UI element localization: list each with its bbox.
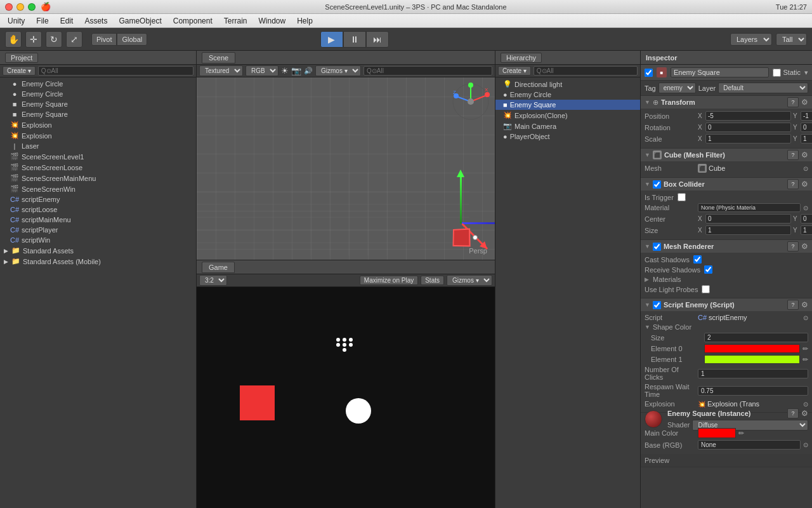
hierarchy-item[interactable]: ● PlayerObject xyxy=(495,131,640,142)
list-item[interactable]: ■ Enemy Square xyxy=(0,109,196,119)
element0-color-swatch[interactable]: ✏ xyxy=(704,344,808,353)
transform-edit-icon[interactable]: ? xyxy=(787,97,799,107)
list-item[interactable]: C# scriptWin xyxy=(0,235,196,245)
main-color-edit-icon[interactable]: ✏ xyxy=(738,429,744,438)
mesh-renderer-enable-cb[interactable] xyxy=(653,243,661,251)
list-item[interactable]: ■ Enemy Square xyxy=(0,99,196,109)
transform-header[interactable]: ▼ ⊕ Transform ? ⚙ xyxy=(641,96,812,109)
num-clicks-input[interactable] xyxy=(698,369,808,378)
explosion-select-icon[interactable]: ⊙ xyxy=(803,401,808,408)
hierarchy-item-enemy-square[interactable]: ■ Enemy Square xyxy=(495,100,640,110)
create-btn[interactable]: Create ▾ xyxy=(3,66,36,76)
element1-edit-icon[interactable]: ✏ xyxy=(802,356,808,364)
scene-search[interactable] xyxy=(363,66,492,76)
list-item[interactable]: C# scriptLoose xyxy=(0,204,196,215)
material-cog-icon[interactable]: ⚙ xyxy=(801,409,808,418)
move-tool-btn[interactable]: ✛ xyxy=(25,31,42,48)
transform-handle[interactable] xyxy=(473,235,478,240)
mesh-renderer-cog-icon[interactable]: ⚙ xyxy=(801,242,808,251)
mesh-filter-edit-icon[interactable]: ? xyxy=(787,150,799,160)
mesh-select-icon[interactable]: ⊙ xyxy=(803,165,808,172)
materials-expander-icon[interactable]: ▶ xyxy=(645,276,649,283)
project-tab[interactable]: Project xyxy=(5,53,38,63)
selected-cube[interactable] xyxy=(452,229,470,247)
game-gizmos-select[interactable]: Gizmos ▾ xyxy=(447,275,492,286)
list-item[interactable]: 🎬 SceneScreenWin xyxy=(0,184,196,194)
size-input[interactable] xyxy=(704,333,808,342)
size-x-input[interactable] xyxy=(705,225,791,235)
rot-x-input[interactable] xyxy=(705,123,791,132)
box-collider-header[interactable]: ▼ Box Collider ? ⚙ xyxy=(641,178,812,190)
use-light-probes-checkbox[interactable] xyxy=(702,285,710,293)
transform-cog-icon[interactable]: ⚙ xyxy=(801,98,808,107)
mesh-filter-header[interactable]: ▼ ⬛ Cube (Mesh Filter) ? ⚙ xyxy=(641,149,812,161)
rgb-select[interactable]: RGB xyxy=(246,65,278,76)
list-item[interactable]: 🎬 SceneScreenMainMenu xyxy=(0,173,196,184)
mesh-filter-cog-icon[interactable]: ⚙ xyxy=(801,150,808,159)
list-item[interactable]: ● Enemy Circle xyxy=(0,89,196,99)
menu-help[interactable]: Help xyxy=(292,17,318,25)
scene-tab[interactable]: Scene xyxy=(202,52,235,64)
hierarchy-search[interactable] xyxy=(534,66,638,76)
hierarchy-item[interactable]: 💥 Explosion(Clone) xyxy=(495,110,640,121)
script-enemy-cog-icon[interactable]: ⚙ xyxy=(801,300,808,309)
material-edit-icon[interactable]: ? xyxy=(787,408,799,418)
camera-icon[interactable]: 📷 xyxy=(291,66,301,76)
box-collider-edit-icon[interactable]: ? xyxy=(787,179,799,189)
list-item[interactable]: ▶ 📁 Standard Assets xyxy=(0,245,196,256)
hierarchy-item[interactable]: 📷 Main Camera xyxy=(495,121,640,131)
mesh-renderer-edit-icon[interactable]: ? xyxy=(787,241,799,251)
material-header[interactable]: Enemy Square (Instance) ? ⚙ Shader Diffu… xyxy=(641,413,812,425)
menu-gameobject[interactable]: GameObject xyxy=(114,17,166,25)
static-cb[interactable] xyxy=(773,69,781,77)
pos-x-input[interactable] xyxy=(705,111,791,121)
tag-select[interactable]: enemy xyxy=(658,83,696,93)
rot-y-input[interactable] xyxy=(801,123,812,132)
hand-tool-btn[interactable]: ✋ xyxy=(5,31,22,48)
pause-btn[interactable]: ⏸ xyxy=(343,31,366,48)
list-item[interactable]: C# scriptMainMenu xyxy=(0,215,196,225)
static-dropdown-icon[interactable]: ▾ xyxy=(804,69,808,77)
tall-select[interactable]: Tall xyxy=(776,33,807,46)
script-enemy-header[interactable]: ▼ Script Enemy (Script) ? ⚙ xyxy=(641,298,812,311)
menu-component[interactable]: Component xyxy=(168,17,218,25)
main-color-swatch[interactable] xyxy=(698,428,736,438)
list-item[interactable]: 💥 Explosion xyxy=(0,130,196,141)
menu-assets[interactable]: Assets xyxy=(79,17,112,25)
global-btn[interactable]: Global xyxy=(117,33,147,46)
list-item[interactable]: 🎬 SceneScreenLevel1 xyxy=(0,151,196,162)
center-y-input[interactable] xyxy=(801,214,812,224)
audio-icon[interactable]: 🔊 xyxy=(304,67,313,75)
size-y-input[interactable] xyxy=(801,225,812,235)
box-collider-cog-icon[interactable]: ⚙ xyxy=(801,180,808,189)
list-item[interactable]: | Laser xyxy=(0,141,196,151)
project-search[interactable] xyxy=(38,66,193,76)
base-rgb-select-icon[interactable]: ⊙ xyxy=(803,441,808,448)
script-enemy-enable-cb[interactable] xyxy=(653,301,661,309)
scale-tool-btn[interactable]: ⤢ xyxy=(66,31,82,48)
menu-window[interactable]: Window xyxy=(253,17,291,25)
maximize-btn[interactable] xyxy=(28,3,36,11)
list-item[interactable]: 🎬 SceneScreenLoose xyxy=(0,162,196,173)
object-active-checkbox[interactable] xyxy=(645,69,653,77)
close-btn[interactable] xyxy=(5,3,13,11)
hierarchy-tab[interactable]: Hierarchy xyxy=(501,53,542,63)
hierarchy-item[interactable]: 💡 Directional light xyxy=(495,79,640,90)
list-item[interactable]: ● Enemy Circle xyxy=(0,79,196,89)
layers-select[interactable]: Layers xyxy=(730,33,772,46)
list-item[interactable]: C# scriptPlayer xyxy=(0,225,196,235)
element0-edit-icon[interactable]: ✏ xyxy=(802,345,808,353)
material-select-icon[interactable]: ⊙ xyxy=(803,204,808,211)
respawn-input[interactable] xyxy=(698,386,808,396)
list-item[interactable]: C# scriptEnemy xyxy=(0,194,196,204)
step-btn[interactable]: ⏭ xyxy=(366,31,389,48)
cast-shadows-checkbox[interactable] xyxy=(693,255,702,264)
scale-y-input[interactable] xyxy=(801,134,812,144)
maximize-on-play-btn[interactable]: Maximize on Play xyxy=(360,276,418,285)
minimize-btn[interactable] xyxy=(16,3,24,11)
element0-color-preview[interactable] xyxy=(704,344,800,353)
script-select-icon[interactable]: ⊙ xyxy=(803,314,808,321)
receive-shadows-checkbox[interactable] xyxy=(704,265,712,274)
base-rgb-input[interactable] xyxy=(698,440,801,450)
gizmos-select[interactable]: Gizmos ▾ xyxy=(315,65,361,76)
